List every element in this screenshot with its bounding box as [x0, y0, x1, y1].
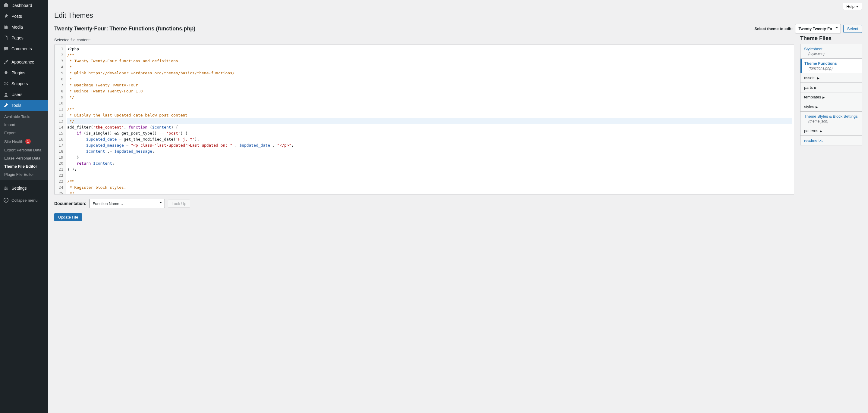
sidebar-item-posts[interactable]: Posts: [0, 11, 48, 22]
code-line[interactable]: /**: [67, 52, 792, 58]
collapse-menu-button[interactable]: Collapse menu: [0, 195, 48, 206]
submenu-label: Export Personal Data: [4, 148, 41, 152]
dashboard-icon: [3, 2, 9, 8]
main-content: Help ▼ Edit Themes Twenty Twenty-Four: T…: [48, 0, 868, 230]
code-line[interactable]: /**: [67, 178, 792, 184]
page-icon: [3, 35, 9, 41]
sidebar-item-label: Snippets: [11, 81, 28, 86]
file-label: Theme Styles & Block Settings: [804, 114, 858, 118]
selected-file-label: Selected file content:: [54, 38, 794, 42]
documentation-select-value: Function Name…: [93, 201, 123, 206]
theme-select-label: Select theme to edit:: [754, 27, 793, 31]
file-label: styles: [804, 104, 814, 109]
theme-file-patterns[interactable]: patterns▶: [801, 126, 862, 136]
help-tab-button[interactable]: Help ▼: [843, 3, 862, 10]
code-line[interactable]: }: [67, 154, 792, 161]
sidebar-item-comments[interactable]: Comments: [0, 43, 48, 54]
help-label: Help: [846, 4, 855, 9]
plug-icon: [3, 70, 9, 76]
chevron-right-icon: ▶: [820, 130, 822, 133]
code-editor[interactable]: 1234567891011121314151617181920212223242…: [54, 44, 794, 195]
theme-select[interactable]: Twenty Twenty-Fo: [795, 24, 841, 33]
sidebar-item-snippets[interactable]: Snippets: [0, 78, 48, 89]
documentation-label: Documentation:: [54, 201, 87, 206]
theme-file-templates[interactable]: templates▶: [801, 93, 862, 102]
submenu-label: Export: [4, 131, 16, 135]
theme-file-theme-functions[interactable]: Theme Functions(functions.php): [801, 59, 862, 73]
code-line[interactable]: <?php: [67, 46, 792, 52]
sliders-icon: [3, 185, 9, 191]
code-line[interactable]: [67, 100, 792, 106]
theme-file-list: Stylesheet(style.css)Theme Functions(fun…: [800, 44, 862, 145]
lookup-button[interactable]: Look Up: [168, 200, 190, 208]
media-icon: [3, 24, 9, 30]
theme-file-theme-styles-block-settings[interactable]: Theme Styles & Block Settings(theme.json…: [801, 112, 862, 126]
submenu-item-plugin-file-editor[interactable]: Plugin File Editor: [0, 170, 48, 178]
sidebar-item-settings[interactable]: Settings: [0, 183, 48, 194]
code-line[interactable]: $updated_date = get_the_modified_date('F…: [67, 136, 792, 142]
submenu-item-available-tools[interactable]: Available Tools: [0, 112, 48, 121]
sidebar-item-plugins[interactable]: Plugins: [0, 67, 48, 78]
theme-file-styles[interactable]: styles▶: [801, 102, 862, 112]
code-line[interactable]: $content .= $updated_message;: [67, 148, 792, 154]
badge: 1: [25, 139, 31, 144]
file-label: parts: [804, 85, 813, 90]
code-area[interactable]: <?php/** * Twenty Twenty-Four functions …: [65, 45, 794, 194]
code-line[interactable]: $updated_message = "<p class='last-updat…: [67, 142, 792, 148]
theme-file-assets[interactable]: assets▶: [801, 73, 862, 83]
theme-files-heading: Theme Files: [800, 35, 862, 41]
select-theme-button[interactable]: Select: [843, 25, 862, 33]
update-file-button[interactable]: Update File: [54, 213, 82, 221]
comment-icon: [3, 46, 9, 52]
file-label: assets: [804, 75, 815, 80]
code-line[interactable]: return $content;: [67, 161, 792, 167]
sidebar-item-appearance[interactable]: Appearance: [0, 57, 48, 67]
sidebar-item-users[interactable]: Users: [0, 89, 48, 100]
code-line[interactable]: */: [67, 94, 792, 100]
code-line[interactable]: *: [67, 76, 792, 82]
chevron-right-icon: ▶: [814, 86, 817, 90]
code-line[interactable]: * Register block styles.: [67, 184, 792, 191]
submenu-item-import[interactable]: Import: [0, 121, 48, 129]
code-line[interactable]: * Display the last updated date below po…: [67, 112, 792, 118]
file-sublabel: (style.css): [808, 52, 858, 56]
sidebar-item-label: Settings: [11, 186, 27, 191]
submenu-item-site-health[interactable]: Site Health1: [0, 137, 48, 146]
code-line[interactable]: if (is_single() && get_post_type() == 'p…: [67, 130, 792, 136]
theme-file-readme-txt[interactable]: readme.txt: [801, 136, 862, 145]
code-line[interactable]: */: [67, 118, 792, 124]
code-line[interactable]: * @link https://developer.wordpress.org/…: [67, 70, 792, 76]
svg-point-4: [5, 189, 6, 190]
sidebar-item-label: Media: [11, 25, 23, 30]
code-line[interactable]: * @package Twenty Twenty-Four: [67, 82, 792, 88]
code-line[interactable]: * @since Twenty Twenty-Four 1.0: [67, 88, 792, 94]
code-line[interactable]: } );: [67, 167, 792, 172]
sidebar-item-media[interactable]: Media: [0, 22, 48, 33]
sidebar-item-tools[interactable]: Tools: [0, 100, 48, 111]
line-gutter: 1234567891011121314151617181920212223242…: [55, 45, 65, 194]
file-label: readme.txt: [804, 138, 823, 143]
submenu-item-theme-file-editor[interactable]: Theme File Editor: [0, 162, 48, 170]
submenu-item-export-personal-data[interactable]: Export Personal Data: [0, 146, 48, 154]
file-label: Theme Functions: [804, 61, 837, 66]
submenu-item-erase-personal-data[interactable]: Erase Personal Data: [0, 154, 48, 162]
theme-file-stylesheet[interactable]: Stylesheet(style.css): [801, 44, 862, 59]
file-label: Stylesheet: [804, 47, 823, 51]
collapse-label: Collapse menu: [11, 198, 38, 203]
code-line[interactable]: add_filter('the_content', function ($con…: [67, 124, 792, 130]
submenu-label: Erase Personal Data: [4, 156, 40, 161]
scissors-icon: [3, 81, 9, 87]
file-label: patterns: [804, 129, 818, 133]
file-sublabel: (functions.php): [809, 66, 858, 70]
code-line[interactable]: * Twenty Twenty-Four functions and defin…: [67, 58, 792, 64]
sidebar-item-dashboard[interactable]: Dashboard: [0, 0, 48, 11]
sidebar-item-pages[interactable]: Pages: [0, 33, 48, 43]
documentation-select[interactable]: Function Name…: [90, 199, 165, 208]
pin-icon: [3, 13, 9, 19]
code-line[interactable]: */: [67, 191, 792, 194]
code-line[interactable]: /**: [67, 106, 792, 112]
theme-file-parts[interactable]: parts▶: [801, 83, 862, 93]
code-line[interactable]: [67, 172, 792, 178]
submenu-item-export[interactable]: Export: [0, 129, 48, 137]
code-line[interactable]: *: [67, 64, 792, 70]
